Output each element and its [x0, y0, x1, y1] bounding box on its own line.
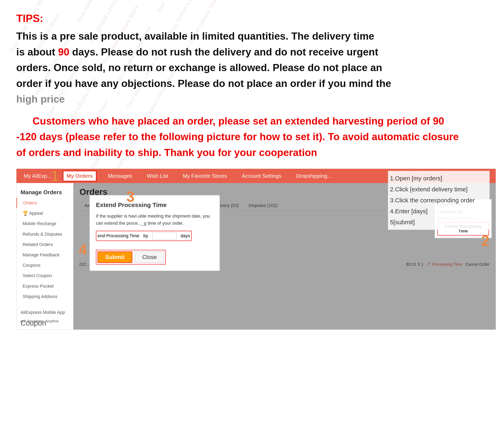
instruction-step1: 1.Open [my orders]: [390, 173, 488, 184]
sidebar-item-mobilerecharge[interactable]: Mobile Recharge: [16, 218, 73, 229]
tips-line2-prefix: is about: [16, 46, 58, 58]
modal-days-input[interactable]: [152, 232, 177, 239]
sidebar-app-text: AliExpress Mobile App: [16, 308, 73, 317]
sidebar-feedback-label: Manage Feedback: [23, 252, 60, 257]
topbar-item-accountsettings[interactable]: Account Settings: [239, 171, 285, 181]
modal-buttons: Submit Close: [96, 250, 166, 265]
modal-box: 3 Extend Processing Time If the supplier…: [90, 195, 220, 271]
modal-body-line2: can extend the proce..._g time of your o…: [96, 221, 184, 226]
sidebar-item-shippingaddress[interactable]: Shipping Address: [16, 291, 73, 302]
topbar-item-favoritestore[interactable]: My Favorite Stores: [179, 171, 230, 181]
tips-label: TIPS:: [16, 12, 492, 24]
tips-body: This is a pre sale product, available in…: [16, 28, 463, 107]
sidebar-orders-label: Orders: [23, 200, 37, 205]
modal-close-button[interactable]: Close: [135, 252, 164, 263]
sidebar-item-refunds[interactable]: Refunds & Disputes: [16, 229, 73, 239]
tips-line3: orders. Once sold, no return or exchange…: [16, 62, 382, 73]
modal-by-label: by: [143, 233, 148, 239]
sidebar-item-relatedorders[interactable]: Related Orders: [16, 239, 73, 250]
screenshot-area: 1.Open [my orders] 2.Click [extend deliv…: [16, 169, 496, 330]
tips-line1: This is a pre sale product, available in…: [16, 30, 374, 42]
tips-line5-gray: high price: [16, 93, 65, 105]
step1-badge: 1: [51, 169, 59, 183]
sidebar-mobilerecharge-label: Mobile Recharge: [23, 221, 56, 226]
topbar-item-myorders[interactable]: My Orders: [63, 171, 97, 182]
red-notice: Customers who have placed an order, plea…: [16, 113, 463, 161]
sidebar-item-orders[interactable]: Orders: [16, 198, 73, 208]
instruction-step4: 4.Enter [days]: [390, 206, 488, 217]
modal-body-text: If the supplier is havi uble meeting the…: [96, 212, 213, 227]
modal-input-row: end Processing Time by days: [96, 231, 192, 241]
sidebar-refunds-label: Refunds & Disputes: [23, 232, 62, 237]
modal-days-label: days: [181, 233, 190, 239]
instruction-step3: 3.Click the corresponding order: [390, 195, 488, 206]
sidebar-shippingaddress-label: Shipping Address: [23, 294, 57, 299]
topbar-item-messages[interactable]: Messages: [105, 171, 135, 181]
instruction-step5: 5[submit]: [390, 217, 488, 228]
instruction-step2: 2.Click [extend delivery time]: [390, 184, 488, 195]
step4-badge: 4: [79, 242, 87, 257]
coupon-label: Coupon: [21, 319, 46, 328]
tips-line2-suffix: days. Please do not rush the delivery an…: [69, 46, 378, 58]
sidebar-expresspocket-label: Express Pocket: [23, 284, 54, 289]
sidebar-item-expresspocket[interactable]: Express Pocket: [16, 281, 73, 291]
modal-end-processing-label: end Processing Time: [98, 233, 139, 239]
modal-title: Extend Processing Time: [96, 202, 213, 208]
modal-body-line1a: If the supplier is havi: [96, 214, 137, 219]
tips-line4: order if you have any objections. Please…: [16, 78, 391, 89]
sidebar-appeal-label: Appeal: [29, 211, 43, 216]
step3-badge: 3: [126, 189, 135, 204]
tips-days: 90: [58, 46, 70, 58]
instructions-panel: 1.Open [my orders] 2.Click [extend deliv…: [388, 171, 490, 230]
sidebar-relatedorders-label: Related Orders: [23, 242, 53, 247]
sidebar-selectcoupon-label: Select Coupon: [23, 273, 52, 278]
sidebar-item-appeal[interactable]: 🏆 Appeal: [16, 208, 73, 218]
sidebar-title: Manage Orders: [16, 187, 73, 198]
topbar-item-dropshipping[interactable]: Dropshipping...: [293, 171, 335, 181]
appeal-icon: 🏆: [23, 211, 28, 216]
step2-badge: 2: [481, 233, 489, 248]
sidebar-item-selectcoupon[interactable]: Select Coupon: [16, 270, 73, 281]
modal-submit-button[interactable]: Submit: [98, 252, 132, 263]
modal-body-line1b: uble meeting the shipment date, you: [138, 214, 210, 219]
topbar-item-wishlist[interactable]: Wish List: [144, 171, 171, 181]
sidebar-item-coupons[interactable]: Coupons: [16, 260, 73, 270]
sidebar: Manage Orders Orders 🏆 Appeal Mobile Rec…: [16, 183, 73, 329]
sidebar-coupons-label: Coupons: [23, 263, 40, 268]
topbar-item-myali[interactable]: My AliExp...: [21, 171, 55, 181]
sidebar-item-feedback[interactable]: Manage Feedback: [16, 250, 73, 260]
